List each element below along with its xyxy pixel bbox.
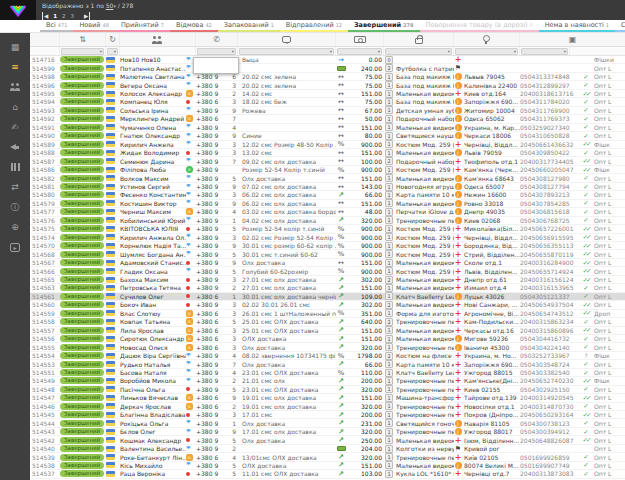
table-row[interactable]: 514561 Завершений Сучилов Олег +380 6 1 …: [30, 293, 625, 301]
product-column-header[interactable]: [384, 33, 454, 46]
table-row[interactable]: 514589 Завершений Кирилич Анжела * +380 …: [30, 141, 625, 149]
tab-запакований[interactable]: Запакований1: [218, 20, 280, 32]
table-row[interactable]: 514566 Завершений Гладик Оксана * +380 9…: [30, 267, 625, 275]
table-row[interactable]: 514545 Завершений Благінна Владіслава +3…: [30, 411, 625, 419]
tab-відправлений[interactable]: Відправлений12: [280, 20, 348, 32]
table-row[interactable]: 514543 Завершений Бєлов Олег * +380 9 9 …: [30, 428, 625, 436]
phone-filter[interactable]: ▾: [197, 48, 236, 55]
dashboard-nav[interactable]: ▦: [6, 39, 24, 55]
days-count: 3: [226, 141, 238, 148]
table-row[interactable]: 514549 Завершений Воробйов Микола * +380…: [30, 377, 625, 385]
table-row[interactable]: 514580 Завершений Фесенко Константин * +…: [30, 191, 625, 199]
table-row[interactable]: 514548 Завершений Пасічна Ольга +380 9 5…: [30, 386, 625, 394]
bank-nav[interactable]: ⌂: [6, 99, 24, 115]
table-row[interactable]: 514581 Завершений Устинов Сергей * +380 …: [30, 183, 625, 191]
table-row[interactable]: 514593 Завершений Сольська Ірина * +380 …: [30, 107, 625, 115]
table-row[interactable]: 514577 Завершений Черниш Максим lc +380 …: [30, 208, 625, 216]
tab-самовивіз[interactable]: Самовивіз2: [615, 20, 625, 32]
ttn-filter[interactable]: ▾: [521, 48, 568, 55]
table-row[interactable]: 514540 Завершений Валентина Василье... *…: [30, 445, 625, 453]
id-column-header[interactable]: [30, 33, 60, 46]
table-row[interactable]: 514539 Завершений Роке-Бетанкурт Лін... …: [30, 453, 625, 461]
video-nav[interactable]: ▸: [6, 239, 24, 255]
table-row[interactable]: 514599 Завершений Потапенко Анастас... *…: [30, 64, 625, 72]
table-row[interactable]: 514556 Завершений Сиротюк Олександр lc +…: [30, 335, 625, 343]
table-row[interactable]: 514547 Завершений Линьков Вячеслав lc +3…: [30, 394, 625, 402]
integrations-nav[interactable]: ⇄: [6, 179, 24, 195]
table-row[interactable]: 514595 Завершений Колосок Александр lc +…: [30, 90, 625, 98]
comment-column-header[interactable]: [238, 33, 336, 46]
table-row[interactable]: 514555 Завершений Новосад Олеся lc +380 …: [30, 343, 625, 351]
stats-nav[interactable]: [6, 159, 24, 175]
app-logo[interactable]: [0, 0, 36, 20]
status-filter[interactable]: ▾: [61, 48, 104, 55]
source-filter[interactable]: ▾: [107, 48, 118, 55]
tab-повернення-товару-(в-дорозі)[interactable]: Повернення товару (в дорозі)0: [420, 20, 539, 32]
page-button-2[interactable]: 2: [62, 13, 66, 19]
status-column-header[interactable]: ⇅: [60, 33, 106, 46]
page-button-1[interactable]: 1: [53, 13, 57, 19]
table-row[interactable]: 514551 Завершений Басова Наталя * +380 9…: [30, 369, 625, 377]
table-row[interactable]: 514716 Завершений Нов10 Нов10 * +380 9 2…: [30, 56, 625, 64]
page-button-3[interactable]: 3: [71, 13, 75, 19]
tab-прийнятий[interactable]: Прийнятий7: [115, 20, 170, 32]
table-row[interactable]: 514582 Завершений Волков Максим * +380 9…: [30, 174, 625, 182]
tab-відмова[interactable]: Відмова42: [170, 20, 218, 32]
customers-nav[interactable]: [6, 79, 24, 95]
table-row[interactable]: 514586 Завершений Філіпова Люба ✆ +380 9…: [30, 166, 625, 174]
table-row[interactable]: 514592 Завершений Мерклингер Андрей lc +…: [30, 115, 625, 123]
globe-nav[interactable]: ⊕: [6, 219, 24, 235]
table-row[interactable]: 514587 Завершений Семенюк Дарина * +380 …: [30, 157, 625, 165]
table-row[interactable]: 514563 Завершений Петровська Тетяна +380…: [30, 284, 625, 292]
delivery-column-header[interactable]: [454, 33, 520, 46]
table-row[interactable]: 514560 Завершений Бокоч Иван +380 9 3 02…: [30, 301, 625, 309]
table-row[interactable]: 514591 Завершений Чумаченко Олена * +380…: [30, 124, 625, 132]
table-row[interactable]: 514559 Завершений Влас Слотюу lc +380 6 …: [30, 310, 625, 318]
table-row[interactable]: 514567 Завершений Адамовский Станис... +…: [30, 259, 625, 267]
tab-новий[interactable]: Новий48: [73, 20, 115, 32]
orders-nav[interactable]: ≡: [6, 59, 24, 75]
payment-column-header[interactable]: [336, 33, 384, 46]
tab-завершений[interactable]: Завершений278: [348, 20, 420, 32]
orders-table: ⇅ ↻ ✆ ▣ ▾ ▾ ▾ ▾ ▾ ▾ ▾ ▾ 514716 Завершени…: [30, 33, 625, 480]
ttn-column-header[interactable]: ▣: [520, 33, 625, 46]
table-row[interactable]: 514590 Завершений Гнатюк Олександр * +38…: [30, 132, 625, 140]
phone-column-header[interactable]: ✆: [196, 33, 238, 46]
hand-nav[interactable]: ✍: [6, 119, 24, 135]
table-row[interactable]: 514596 Завершений Вегера Оксана * +380 9…: [30, 81, 625, 89]
tab-всі[interactable]: Всі471: [40, 20, 73, 32]
comment-filter[interactable]: ▾: [239, 48, 334, 55]
delivery-filter[interactable]: ▾: [455, 48, 518, 55]
table-row[interactable]: 514579 Завершений Костишин Виктор * +380…: [30, 200, 625, 208]
payment-filter[interactable]: ▾: [337, 48, 382, 55]
table-row[interactable]: 514575 Завершений КВІТОВСЬКА ЮЛІЯ +380 9…: [30, 225, 625, 233]
table-row[interactable]: 514557 Завершений Лила Ярослав lc +380 6…: [30, 327, 625, 335]
table-row[interactable]: 514558 Завершений Ковпак Татьяна lc +380…: [30, 318, 625, 326]
table-row[interactable]: 514568 Завершений Шумляс Богдана Ан... *…: [30, 250, 625, 258]
customer-column-header[interactable]: [120, 33, 196, 46]
table-row[interactable]: 514542 Завершений Кошмак Александр +380 …: [30, 436, 625, 444]
megaphone-nav[interactable]: [6, 139, 24, 155]
table-row[interactable]: 514576 Завершений Кобилинський Юрий * +3…: [30, 217, 625, 225]
tab-нема-в-наявності[interactable]: Нема в наявності1: [539, 20, 615, 32]
source-column-header[interactable]: ↻: [106, 33, 120, 46]
table-row[interactable]: 514565 Завершений Бахоха Максим +380 9 3…: [30, 276, 625, 284]
table-row[interactable]: 514570 Завершений Корнелюк Надія Та... *…: [30, 242, 625, 250]
table-row[interactable]: 514598 Завершений Малютина Светлана * +3…: [30, 73, 625, 81]
table-row[interactable]: 514588 Завершений Жидак Володимир +380 9…: [30, 149, 625, 157]
order-amount: 151.00: [348, 327, 384, 334]
open-filter-popup[interactable]: [193, 57, 239, 74]
product-filter[interactable]: ▾: [385, 48, 452, 55]
table-row[interactable]: 514538 Завершений Кісь Михайло * +380 9 …: [30, 462, 625, 470]
table-row[interactable]: 514594 Завершений Компанец Юля +380 6 3 …: [30, 98, 625, 106]
days-count: 3: [226, 191, 238, 198]
table-row[interactable]: 514553 Завершений Рудько Наталья * +380 …: [30, 360, 625, 368]
customer-name: Костишин Виктор: [120, 200, 186, 207]
table-row[interactable]: 514574 Завершений Кирилич Анжела Ол... *…: [30, 234, 625, 242]
table-row[interactable]: 514546 Завершений Деркач Ярослав lc +380…: [30, 403, 625, 411]
table-row[interactable]: 514544 Завершений Рокіцька Ольга * +380 …: [30, 419, 625, 427]
info-nav[interactable]: ⓘ: [6, 199, 24, 215]
manager-label: Фішк: [594, 377, 625, 384]
table-row[interactable]: 514554 Завершений Дацюк Віра Сергіївна *…: [30, 352, 625, 360]
table-row[interactable]: 514537 Завершений Раца Вероніка +380 9 5…: [30, 470, 625, 478]
